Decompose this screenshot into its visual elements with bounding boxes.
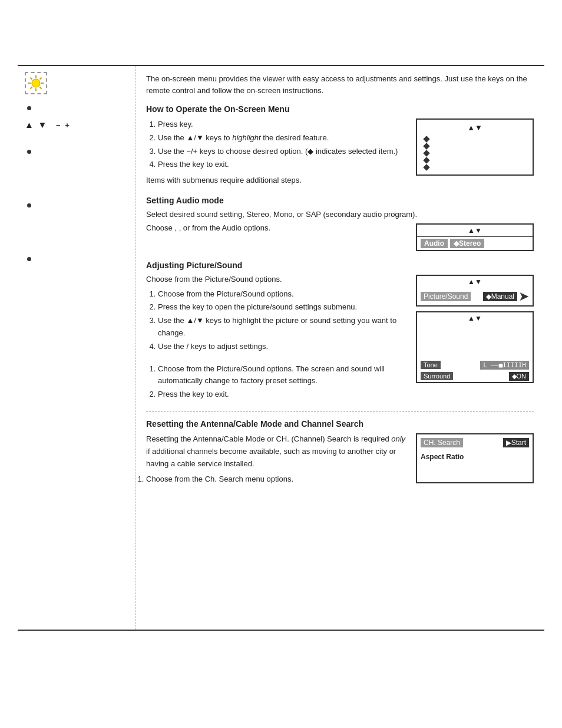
reset-step-1: Choose from the Ch. Search menu options.: [146, 475, 406, 483]
minus-key: −: [56, 121, 61, 130]
picsound-box1-row: Picture/Sound ◆Manual ➤: [417, 288, 533, 305]
plus-key: +: [65, 121, 70, 130]
picsound-box-2: ▲▼ Tone L ——■IIIIIH Surround ◆ON: [416, 311, 534, 383]
picsound-step2-1: Choose from the Picture/Sound options. T…: [158, 363, 406, 388]
reset-desc-part2: if additional channels become available,…: [146, 447, 396, 468]
picsound-box1-label: Picture/Sound: [421, 292, 471, 301]
audio-value: ◆Stereo: [450, 239, 484, 248]
reset-description: Resetting the Antenna/Cable Mode or CH. …: [146, 433, 406, 470]
menu-row-5: [422, 164, 528, 171]
operate-title: How to Operate the On-Screen Menu: [146, 104, 534, 114]
section-reset: Resetting the Antenna/Cable Mode and Cha…: [146, 411, 534, 483]
sidebar: ▲ ▼ − +: [18, 66, 135, 630]
up-arrow: ▲: [25, 120, 34, 130]
picsound-step-2: Press the key to open the picture/sound …: [158, 301, 406, 314]
sidebar-bullet-1: [27, 106, 31, 110]
tone-row: Tone L ——■IIIIIH: [417, 360, 533, 371]
reset-desc-only: only: [391, 434, 405, 443]
sidebar-bullet-2: [27, 150, 31, 154]
audio-box-arrows: ▲▼: [417, 225, 533, 237]
operate-step-3: Use the −/+ keys to choose desired optio…: [158, 146, 406, 158]
diamond-4: [423, 157, 429, 163]
picsound-box-1: ▲▼ Picture/Sound ◆Manual ➤: [416, 275, 534, 307]
operate-step-4: Press the key to exit.: [158, 159, 406, 171]
sidebar-controls: ▲ ▼ − +: [25, 120, 130, 130]
picsound-box2-spacer1: [417, 324, 533, 336]
reset-steps-list: Choose from the Ch. Search menu options.: [146, 475, 406, 483]
section-audio: Setting Audio mode Select desired sound …: [146, 196, 534, 251]
diamond-3: [423, 150, 429, 156]
sun-icon-box: [25, 72, 47, 94]
picsound-box2-spacer3: [417, 348, 533, 360]
tone-label: Tone: [421, 361, 441, 369]
operate-menu-box: ▲▼: [416, 118, 534, 176]
menu-row-1: [422, 136, 528, 143]
aspect-ratio-label: Aspect Ratio: [421, 453, 464, 461]
reset-box-row-1: CH. Search ▶Start: [421, 437, 529, 449]
surround-label: Surround: [421, 372, 453, 380]
operate-note: Items with submenus require additional s…: [146, 174, 406, 186]
arrow-indicator: ➤: [518, 289, 529, 304]
reset-ch-value: ▶Start: [503, 438, 529, 447]
section-operate: How to Operate the On-Screen Menu Press …: [146, 104, 534, 186]
audio-label: Audio: [421, 239, 448, 248]
menu-row-3: [422, 150, 528, 157]
audio-title: Setting Audio mode: [146, 196, 534, 205]
section-picsound: Adjusting Picture/Sound Choose from the …: [146, 261, 534, 402]
top-spacer: [0, 0, 562, 65]
audio-step1: Choose , , or from the Audio options.: [146, 223, 406, 232]
picsound-boxes: ▲▼ Picture/Sound ◆Manual ➤ ▲▼: [416, 275, 534, 402]
picsound-title: Adjusting Picture/Sound: [146, 261, 534, 270]
audio-box-row: Audio ◆Stereo: [417, 237, 533, 250]
surround-value: ◆ON: [509, 372, 530, 381]
diamond-2: [423, 143, 429, 149]
intro-paragraph: The on-screen menu provides the viewer w…: [146, 73, 534, 96]
main-text-content: The on-screen menu provides the viewer w…: [135, 66, 544, 630]
surround-row: Surround ◆ON: [417, 371, 533, 382]
operate-instructions: Press key. Use the ▲/▼ keys to highlight…: [146, 118, 406, 186]
audio-left: Choose , , or from the Audio options.: [146, 223, 406, 232]
operate-menu-arrows: ▲▼: [422, 123, 528, 132]
reset-two-col: Resetting the Antenna/Cable Mode or CH. …: [146, 433, 534, 483]
page-wrapper: ▲ ▼ − + The on-screen menu provides the …: [0, 0, 562, 728]
picsound-box2-spacer2: [417, 336, 533, 348]
picsound-box1-value: ◆Manual: [483, 292, 517, 301]
main-content: ▲ ▼ − + The on-screen menu provides the …: [18, 65, 544, 631]
sidebar-bullet-4: [27, 257, 31, 261]
picsound-step2-2: Press the key to exit.: [158, 388, 406, 401]
picsound-step-3: Use the ▲/▼ keys to highlight the pictur…: [158, 315, 406, 340]
diamond-5: [423, 164, 429, 170]
picsound-steps-list: Choose from the Picture/Sound options. P…: [146, 288, 406, 353]
picsound-step-1: Choose from the Picture/Sound options.: [158, 288, 406, 301]
aspect-ratio-row: Aspect Ratio: [421, 451, 529, 463]
reset-left: Resetting the Antenna/Cable Mode or CH. …: [146, 433, 406, 483]
picsound-choose-line: Choose from the Picture/Sound options.: [146, 275, 406, 284]
diamond-1: [423, 136, 429, 142]
svg-line-7: [40, 78, 42, 80]
operate-steps-list: Press key. Use the ▲/▼ keys to highlight…: [146, 118, 406, 171]
operate-two-col: Press key. Use the ▲/▼ keys to highlight…: [146, 118, 534, 186]
down-arrow: ▼: [38, 120, 47, 130]
svg-line-5: [31, 78, 32, 80]
reset-menu-box: CH. Search ▶Start Aspect Ratio: [416, 433, 534, 483]
bottom-spacer: [0, 631, 562, 678]
sidebar-bullet-3: [27, 203, 31, 207]
picsound-step-4: Use the / keys to adjust settings.: [158, 341, 406, 353]
svg-line-6: [40, 87, 42, 89]
operate-step-2: Use the ▲/▼ keys to highlight the desire…: [158, 132, 406, 144]
picsound-steps2-list: Choose from the Picture/Sound options. T…: [146, 363, 406, 401]
picsound-box2-arrows: ▲▼: [417, 312, 533, 324]
svg-line-8: [31, 87, 32, 89]
picsound-two-col: Choose from the Picture/Sound options. C…: [146, 275, 534, 402]
operate-step-1: Press key.: [158, 118, 406, 131]
reset-desc-part1: Resetting the Antenna/Cable Mode or CH. …: [146, 434, 389, 443]
tone-value: L ——■IIIIIH: [480, 361, 529, 370]
picsound-instructions: Choose from the Picture/Sound options. C…: [146, 275, 406, 402]
reset-ch-label: CH. Search: [421, 438, 463, 447]
audio-two-col: Choose , , or from the Audio options. ▲▼…: [146, 223, 534, 251]
audio-menu-box: ▲▼ Audio ◆Stereo: [416, 223, 534, 251]
picsound-box1-arrows: ▲▼: [417, 276, 533, 288]
reset-title: Resetting the Antenna/Cable Mode and Cha…: [146, 419, 534, 429]
menu-row-4: [422, 157, 528, 164]
menu-row-2: [422, 143, 528, 150]
